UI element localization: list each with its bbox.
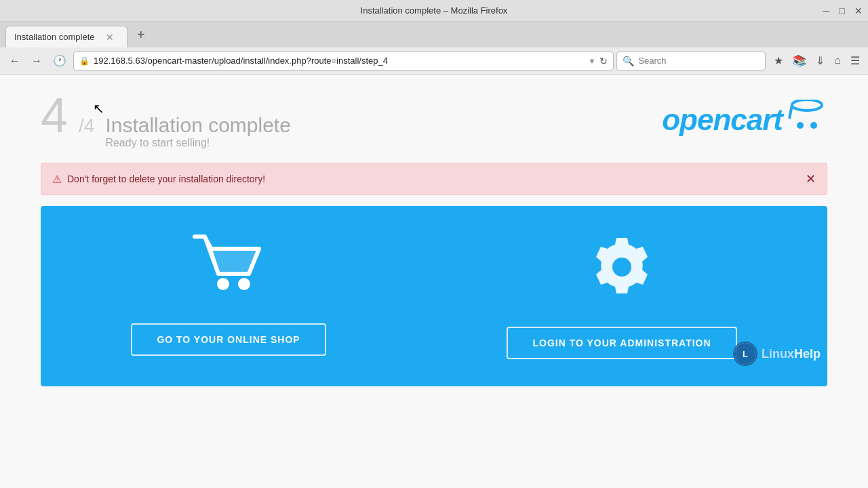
tab-close-button[interactable]: ✕ [106,32,114,43]
home-icon[interactable]: ⌂ [831,53,844,68]
lock-icon: 🔒 [79,56,90,66]
page-header: 4 /4 Installation complete Ready to star… [0,75,868,163]
alert-bar: ⚠ Don't forget to delete your installati… [41,163,827,195]
admin-button[interactable]: LOGIN TO YOUR ADMINISTRATION [507,327,736,359]
blue-panel-row: GO TO YOUR ONLINE SHOP LOGIN TO YOUR ADM… [41,226,827,359]
search-bar[interactable]: 🔍 [616,52,766,70]
alert-left: ⚠ Don't forget to delete your installati… [52,173,265,186]
browser-tab[interactable]: Installation complete ✕ [5,26,127,47]
browser-title: Installation complete – Mozilla Firefox [361,5,508,16]
alert-message: Don't forget to delete your installation… [67,174,265,184]
shop-cart-icon [188,230,269,307]
cart-logo-icon [787,100,827,140]
svg-point-5 [238,278,250,290]
linuxhelp-logo: L [733,342,757,366]
close-icon[interactable]: ✕ [854,5,863,16]
minimize-icon[interactable]: ─ [823,5,830,16]
logo-text: opencart [662,103,783,137]
browser-toolbar: ← → 🕐 🔒 192.168.5.63/opencart-master/upl… [0,47,868,75]
step-info: 4 /4 Installation complete Ready to star… [41,91,291,149]
svg-point-6 [612,258,631,277]
tab-bar: Installation complete ✕ + [0,22,868,47]
bookmark-shelf-icon[interactable]: 📚 [790,53,809,68]
address-bar[interactable]: 🔒 192.168.5.63/opencart-master/upload/in… [73,52,614,70]
step-text: Installation complete Ready to start sel… [105,114,291,149]
search-input[interactable] [638,56,760,66]
toolbar-icons: ★ 📚 ⇓ ⌂ ☰ [771,53,863,68]
shop-panel-item: GO TO YOUR ONLINE SHOP [131,230,326,356]
svg-point-2 [797,122,804,129]
watermark: L LinuxHelp [733,342,821,366]
url-text: 192.168.5.63/opencart-master/upload/inst… [94,56,584,66]
browser-titlebar: Installation complete – Mozilla Firefox … [0,0,868,22]
alert-close-button[interactable]: ✕ [806,171,816,186]
svg-text:L: L [743,349,748,359]
menu-icon[interactable]: ☰ [848,53,863,68]
step-subtitle: Ready to start selling! [105,137,291,149]
reload-icon[interactable]: ↻ [599,56,608,66]
admin-panel-item: LOGIN TO YOUR ADMINISTRATION [507,226,736,359]
back-button[interactable]: ← [5,52,24,70]
search-icon: 🔍 [623,56,634,66]
shop-button[interactable]: GO TO YOUR ONLINE SHOP [131,323,326,356]
new-tab-button[interactable]: + [133,27,149,43]
blue-panel: GO TO YOUR ONLINE SHOP LOGIN TO YOUR ADM… [41,206,827,386]
dropdown-icon: ▼ [588,57,595,65]
svg-point-3 [810,122,817,129]
bookmark-star-icon[interactable]: ★ [771,53,786,68]
watermark-label: LinuxHelp [762,347,821,361]
window-controls[interactable]: ─ □ ✕ [823,5,863,16]
svg-line-1 [789,105,792,119]
maximize-icon[interactable]: □ [840,5,845,16]
svg-point-4 [217,278,229,290]
step-number: 4 [41,91,68,140]
svg-point-0 [792,100,822,110]
page-content: 4 /4 Installation complete Ready to star… [0,75,868,488]
opencart-logo: opencart [662,100,827,140]
step-title: Installation complete [105,114,291,137]
download-icon[interactable]: ⇓ [813,53,827,68]
admin-gear-icon [585,226,659,310]
forward-button[interactable]: → [27,52,46,70]
step-fraction: /4 [79,115,94,137]
alert-icon: ⚠ [52,173,62,186]
history-button[interactable]: 🕐 [49,52,71,70]
tab-label: Installation complete [14,32,95,42]
